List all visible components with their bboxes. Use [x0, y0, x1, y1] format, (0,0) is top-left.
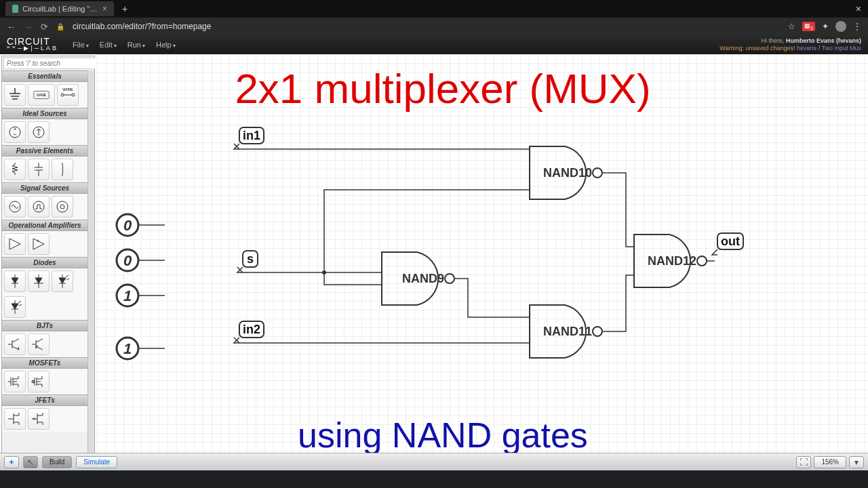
build-tab[interactable]: Build	[42, 456, 72, 468]
ac-source-icon[interactable]	[4, 196, 26, 218]
opamp-icon[interactable]	[4, 233, 26, 255]
simulate-tab[interactable]: Simulate	[76, 456, 117, 468]
new-tab-button[interactable]: +	[118, 3, 132, 14]
input-0b[interactable]: 0	[117, 249, 165, 271]
nmos-icon[interactable]	[4, 371, 26, 392]
pulse-source-icon[interactable]	[28, 196, 50, 218]
palette-header-signal: Signal Sources	[2, 182, 87, 194]
node-s[interactable]: s	[237, 251, 258, 272]
zoom-fit-icon[interactable]: ⛶	[796, 456, 811, 468]
menu-list: File▾ Edit▾ Run▾ Help▾	[68, 39, 180, 50]
zoom-dropdown-icon[interactable]: ▾	[849, 456, 864, 468]
input-1a[interactable]: 1	[117, 285, 165, 306]
extension-badge[interactable]: ▦3	[802, 22, 815, 32]
star-icon[interactable]: ☆	[788, 22, 795, 31]
svg-text:1: 1	[123, 340, 132, 357]
menu-edit[interactable]: Edit▾	[96, 39, 121, 50]
browser-titlebar: CircuitLab | Editing "Two Inpu × + ×	[0, 0, 868, 18]
diode-icon[interactable]	[4, 270, 26, 292]
svg-text:0: 0	[123, 217, 132, 234]
component-search[interactable]: ×	[3, 58, 93, 69]
resistor-icon[interactable]	[4, 159, 26, 180]
photodiode-icon[interactable]	[4, 296, 26, 318]
svg-point-13	[60, 205, 64, 209]
sidebar-scrollbar[interactable]	[87, 70, 94, 468]
npn-icon[interactable]	[4, 333, 26, 355]
forward-icon[interactable]: →	[24, 22, 33, 32]
svg-text:s: s	[247, 252, 254, 266]
palette-header-ideal: Ideal Sources	[2, 108, 87, 119]
svg-point-36	[445, 274, 454, 283]
capacitor-icon[interactable]	[28, 159, 50, 180]
profile-avatar[interactable]	[835, 21, 846, 32]
svg-text:0: 0	[123, 252, 132, 269]
add-button[interactable]: +	[4, 456, 19, 468]
svg-point-42	[697, 256, 707, 266]
user-link[interactable]: hevans	[797, 45, 816, 52]
circuit-link[interactable]: Two Input Mux	[821, 45, 861, 52]
component-sidebar: × Essentials NAME WIRE Ideal Sources +− …	[1, 56, 95, 469]
palette: Essentials NAME WIRE Ideal Sources +− Pa…	[2, 70, 87, 468]
menu-file[interactable]: File▾	[68, 39, 93, 50]
svg-text:out: out	[721, 235, 740, 248]
canvas-subtitle: using NAND gates	[298, 415, 588, 455]
window-close-icon[interactable]: ×	[856, 3, 861, 14]
menu-run[interactable]: Run▾	[123, 39, 149, 50]
njfet-icon[interactable]	[4, 408, 26, 430]
opamp2-icon[interactable]: +	[28, 233, 50, 255]
back-icon[interactable]: ←	[7, 22, 16, 32]
gate-nand10[interactable]: NAND10	[530, 146, 602, 199]
node-in1[interactable]: in1	[234, 127, 264, 149]
menu-icon[interactable]: ⋮	[853, 22, 861, 31]
gate-nand9[interactable]: NAND9	[382, 252, 454, 305]
svg-text:NAND10: NAND10	[543, 166, 592, 180]
ground-icon[interactable]	[4, 84, 26, 106]
extensions-icon[interactable]: ✦	[822, 22, 829, 31]
svg-point-2	[61, 94, 64, 96]
reload-icon[interactable]: ⟳	[41, 22, 48, 32]
gate-nand11[interactable]: NAND11	[530, 305, 602, 358]
lock-icon: 🔒	[56, 23, 64, 30]
tab-close-icon[interactable]: ×	[102, 4, 107, 14]
palette-header-jfets: JFETs	[2, 394, 87, 406]
search-input[interactable]	[4, 58, 96, 68]
browser-tab[interactable]: CircuitLab | Editing "Two Inpu ×	[5, 1, 114, 16]
pjfet-icon[interactable]	[28, 408, 50, 430]
palette-header-mosfets: MOSFETs	[2, 357, 87, 369]
pmos-icon[interactable]	[28, 371, 50, 392]
svg-point-38	[593, 168, 602, 178]
svg-text:NAME: NAME	[37, 94, 47, 97]
signal-source-icon[interactable]	[52, 196, 73, 218]
input-0a[interactable]: 0	[117, 214, 165, 236]
circuit-canvas[interactable]: 2x1 multiplexer (MUX) using NAND gates 0…	[97, 54, 868, 470]
palette-header-bjts: BJTs	[2, 320, 87, 331]
app-menubar: CIRCUIT ʷʷ─▶|─LAB File▾ Edit▾ Run▾ Help▾…	[0, 35, 868, 54]
cursor-button[interactable]: ↖	[23, 456, 38, 468]
svg-point-4	[72, 94, 75, 96]
name-node-icon[interactable]: NAME	[28, 84, 55, 106]
svg-text:1: 1	[123, 287, 132, 304]
current-source-icon[interactable]	[28, 121, 50, 143]
led-icon[interactable]	[52, 270, 73, 292]
menu-help[interactable]: Help▾	[152, 39, 180, 50]
favicon	[12, 5, 18, 13]
svg-text:NAND9: NAND9	[402, 272, 444, 285]
workspace: × Essentials NAME WIRE Ideal Sources +− …	[0, 54, 868, 470]
circuitlab-logo[interactable]: CIRCUIT ʷʷ─▶|─LAB	[7, 38, 58, 52]
input-1b[interactable]: 1	[117, 338, 165, 359]
svg-point-11	[33, 201, 44, 212]
palette-header-opamp: Operational Amplifiers	[2, 220, 87, 231]
url-text[interactable]: circuitlab.com/editor/?from=homepage	[73, 22, 780, 31]
node-in2[interactable]: in2	[234, 321, 264, 343]
svg-point-40	[593, 327, 602, 336]
node-out[interactable]: out	[712, 233, 743, 255]
svg-point-44	[322, 270, 326, 274]
voltage-source-icon[interactable]: +−	[4, 121, 26, 143]
circuit-svg: 2x1 multiplexer (MUX) using NAND gates 0…	[97, 54, 868, 470]
gate-nand12[interactable]: NAND12	[634, 235, 707, 287]
pnp-icon[interactable]	[28, 333, 50, 355]
zener-icon[interactable]	[28, 270, 50, 292]
wire-icon[interactable]: WIRE	[57, 84, 79, 106]
zoom-level[interactable]: 156%	[814, 456, 846, 468]
inductor-icon[interactable]	[52, 159, 73, 180]
